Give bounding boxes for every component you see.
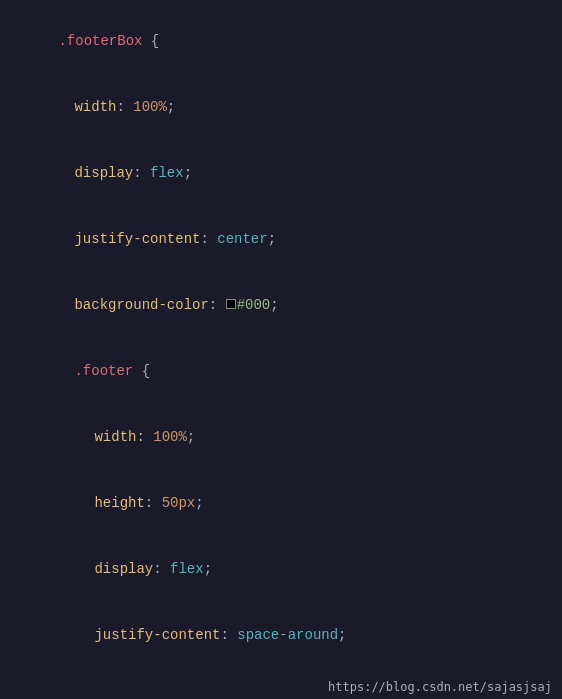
color-swatch-black: [226, 299, 236, 309]
token: 100%: [153, 429, 187, 445]
token: :: [153, 561, 170, 577]
token: :: [133, 165, 150, 181]
token: :: [209, 297, 226, 313]
token: justify-content: [94, 627, 220, 643]
token: 50px: [162, 495, 196, 511]
token: display: [94, 561, 153, 577]
token: {: [142, 363, 150, 379]
token: height: [94, 495, 144, 511]
footer-url: https://blog.csdn.net/sajasjsaj: [328, 680, 552, 694]
editor-container: .footerBox { width: 100%; display: flex;…: [0, 0, 562, 699]
token: ;: [184, 165, 192, 181]
code-line-2: width: 100%;: [0, 74, 562, 140]
token: :: [220, 627, 237, 643]
token: center: [217, 231, 267, 247]
token: #000: [237, 297, 271, 313]
token: ;: [338, 627, 346, 643]
token: ;: [268, 231, 276, 247]
code-line-10: justify-content: space-around;: [0, 602, 562, 668]
token: space-around: [237, 627, 338, 643]
token: .footer: [74, 363, 141, 379]
token: :: [136, 429, 153, 445]
code-line-3: display: flex;: [0, 140, 562, 206]
code-line-5: background-color: #000;: [0, 272, 562, 338]
footer-bar: https://blog.csdn.net/sajasjsaj: [0, 675, 562, 699]
token: width: [94, 429, 136, 445]
token: :: [116, 99, 133, 115]
token: :: [145, 495, 162, 511]
token: 100%: [133, 99, 167, 115]
token: {: [151, 33, 159, 49]
token: ;: [204, 561, 212, 577]
token: flex: [170, 561, 204, 577]
code-line-4: justify-content: center;: [0, 206, 562, 272]
token: ;: [270, 297, 278, 313]
token: ;: [187, 429, 195, 445]
token: .footerBox: [58, 33, 150, 49]
code-line-1: .footerBox {: [0, 8, 562, 74]
token: display: [74, 165, 133, 181]
code-line-8: height: 50px;: [0, 470, 562, 536]
code-line-7: width: 100%;: [0, 404, 562, 470]
token: background-color: [74, 297, 208, 313]
token: ;: [167, 99, 175, 115]
code-line-6: .footer {: [0, 338, 562, 404]
token: width: [74, 99, 116, 115]
token: ;: [195, 495, 203, 511]
token: justify-content: [74, 231, 200, 247]
token: flex: [150, 165, 184, 181]
code-line-9: display: flex;: [0, 536, 562, 602]
token: :: [200, 231, 217, 247]
